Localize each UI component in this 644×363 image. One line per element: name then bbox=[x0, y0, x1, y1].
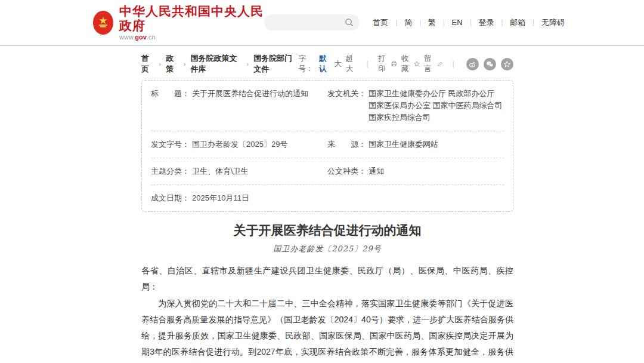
salutation: 各省、自治区、直辖市及新疆生产建设兵团卫生健康委、民政厅（局）、医保局、中医药局… bbox=[141, 263, 513, 295]
meta-date-value: 2025年10月11日 bbox=[192, 192, 249, 204]
meta-row: 发文字号： 国卫办老龄发〔2025〕29号 来 源： 国家卫生健康委网站 bbox=[151, 131, 504, 158]
document-body: 各省、自治区、直辖市及新疆生产建设兵团卫生健康委、民政厅（局）、医保局、中医药局… bbox=[141, 263, 513, 363]
comment-button[interactable]: 留言 bbox=[424, 54, 442, 74]
meta-docno-label: 发文字号： bbox=[151, 139, 190, 150]
share-icons bbox=[466, 58, 513, 70]
meta-category-value: 卫生、体育\卫生 bbox=[192, 165, 249, 177]
meta-doctype-value: 通知 bbox=[369, 165, 384, 177]
meta-source-label: 来 源： bbox=[327, 139, 366, 150]
favorite-button[interactable]: 收藏 bbox=[401, 54, 420, 74]
printer-icon bbox=[391, 60, 397, 68]
meta-issuer-label: 发文机关： bbox=[327, 88, 366, 124]
font-size-large-button[interactable]: 大 bbox=[334, 59, 342, 69]
meta-category-label: 主题分类： bbox=[151, 165, 190, 177]
meta-row: 标 题： 关于开展医养结合促进行动的通知 发文机关： 国家卫生健康委办公厅 民政… bbox=[151, 81, 504, 131]
meta-docno-value: 国卫办老龄发〔2025〕29号 bbox=[192, 139, 287, 150]
national-emblem-icon bbox=[93, 11, 113, 35]
site-header: 中华人民共和国中央人民政府 www.gov.cn 首页 ｜ 简 ｜ 繁 ｜ EN… bbox=[0, 0, 644, 46]
favorite-share-icon[interactable] bbox=[501, 58, 513, 70]
meta-title-value: 关于开展医养结合促进行动的通知 bbox=[192, 88, 308, 124]
nav-login[interactable]: 登录 bbox=[478, 17, 494, 28]
site-title: 中华人民共和国中央人民政府 bbox=[119, 4, 264, 33]
document-title: 关于开展医养结合促进行动的通知 bbox=[141, 222, 513, 239]
breadcrumb: 首页 › 政策 › 国务院政策文件库 › 国务院部门文件 bbox=[141, 53, 299, 75]
font-size-xlarge-button[interactable]: 超大 bbox=[346, 54, 357, 74]
star-icon bbox=[414, 60, 420, 68]
breadcrumb-policy[interactable]: 政策 bbox=[166, 53, 179, 75]
search-icon[interactable] bbox=[345, 18, 354, 27]
print-button[interactable]: 打印 bbox=[378, 54, 397, 74]
top-nav: 首页 ｜ 简 ｜ 繁 ｜ EN ｜ 登录 ｜ 邮箱 ｜ 无障碍 bbox=[373, 17, 565, 28]
gov-logo[interactable]: 中华人民共和国中央人民政府 www.gov.cn bbox=[93, 4, 264, 41]
search-box[interactable] bbox=[264, 14, 360, 30]
breadcrumb-home[interactable]: 首页 bbox=[141, 53, 154, 75]
document-number: 国卫办老龄发〔2025〕29号 bbox=[141, 244, 513, 254]
nav-traditional[interactable]: 繁 bbox=[428, 17, 436, 28]
site-url: www.gov.cn bbox=[119, 33, 264, 41]
nav-home[interactable]: 首页 bbox=[373, 17, 388, 28]
nav-english[interactable]: EN bbox=[452, 18, 463, 27]
doc-toolbar: 字号： 默认 大 超大 ｜ 打印 收藏 留言 bbox=[299, 54, 513, 74]
meta-title-label: 标 题： bbox=[151, 88, 190, 124]
meta-issuer-value: 国家卫生健康委办公厅 民政部办公厅 国家医保局办公室 国家中医药局综合司 国家疾… bbox=[369, 88, 504, 124]
document-meta-box: 标 题： 关于开展医养结合促进行动的通知 发文机关： 国家卫生健康委办公厅 民政… bbox=[141, 80, 513, 212]
meta-date-label: 成文日期： bbox=[151, 192, 190, 204]
breadcrumb-policy-library[interactable]: 国务院政策文件库 bbox=[190, 53, 242, 75]
meta-doctype-label: 公文种类： bbox=[327, 165, 366, 177]
intro-paragraph: 为深入贯彻党的二十大和二十届二中、三中全会精神，落实国家卫生健康委等部门《关于促… bbox=[141, 296, 513, 363]
nav-mail[interactable]: 邮箱 bbox=[510, 17, 525, 28]
font-size-label: 字号： bbox=[299, 54, 315, 74]
breadcrumb-dept-docs[interactable]: 国务院部门文件 bbox=[253, 53, 298, 75]
nav-simplified[interactable]: 简 bbox=[404, 17, 412, 28]
wechat-share-icon[interactable] bbox=[484, 58, 496, 70]
meta-source-value: 国家卫生健康委网站 bbox=[369, 139, 438, 150]
nav-accessibility[interactable]: 无障碍 bbox=[541, 17, 565, 28]
pencil-icon bbox=[437, 60, 442, 68]
weibo-share-icon[interactable] bbox=[466, 58, 479, 70]
font-size-default-button[interactable]: 默认 bbox=[319, 54, 330, 74]
meta-row: 成文日期： 2025年10月11日 bbox=[151, 184, 504, 211]
search-input[interactable] bbox=[270, 19, 345, 27]
meta-row: 主题分类： 卫生、体育\卫生 公文种类： 通知 bbox=[151, 158, 504, 184]
